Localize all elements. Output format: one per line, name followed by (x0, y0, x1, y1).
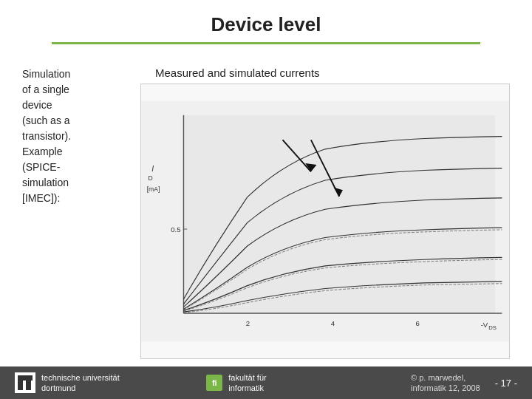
svg-text:[mA]: [mA] (147, 185, 160, 193)
header: Device level (0, 0, 532, 52)
fi-logo-icon: fi (206, 375, 222, 391)
chart-label: Measured and simulated currents (140, 66, 510, 79)
svg-rect-21 (26, 381, 31, 390)
svg-rect-1 (183, 115, 494, 313)
footer-faculty: fi fakultät für informatik (163, 372, 310, 394)
svg-text:-V: -V (481, 321, 488, 329)
chart-container: I D [mA] -V DS 0.5 2 4 6 (140, 83, 510, 359)
svg-text:4: 4 (331, 319, 335, 327)
svg-text:I: I (151, 164, 154, 173)
chart-svg: I D [mA] -V DS 0.5 2 4 6 (141, 84, 509, 358)
slide: Device level Simulation of a single devi… (0, 0, 532, 399)
svg-rect-20 (18, 375, 33, 381)
copyright-text: © p. marwedel, informatik 12, 2008 (411, 372, 480, 394)
tu-logo (15, 372, 35, 393)
right-panel: Measured and simulated currents I D [mA]… (140, 66, 510, 359)
header-divider (52, 42, 480, 44)
university-name: technische universität dortmund (41, 372, 120, 394)
left-panel: Simulation of a single device (such as a… (22, 66, 126, 359)
faculty-name: fakultät für informatik (228, 372, 266, 394)
svg-text:DS: DS (488, 324, 497, 331)
footer-right: © p. marwedel, informatik 12, 2008 - 17 … (310, 372, 517, 394)
svg-text:0.5: 0.5 (171, 225, 180, 233)
left-text: Simulation of a single device (such as a… (22, 68, 71, 204)
page-title: Device level (30, 13, 502, 36)
content-area: Simulation of a single device (such as a… (0, 52, 532, 366)
svg-text:2: 2 (246, 319, 250, 327)
tu-logo-icon (15, 372, 35, 393)
footer: technische universität dortmund fi fakul… (0, 366, 532, 399)
svg-text:6: 6 (416, 319, 420, 327)
page-number: - 17 - (495, 378, 517, 389)
footer-university: technische universität dortmund (15, 372, 163, 394)
svg-text:D: D (149, 174, 153, 182)
